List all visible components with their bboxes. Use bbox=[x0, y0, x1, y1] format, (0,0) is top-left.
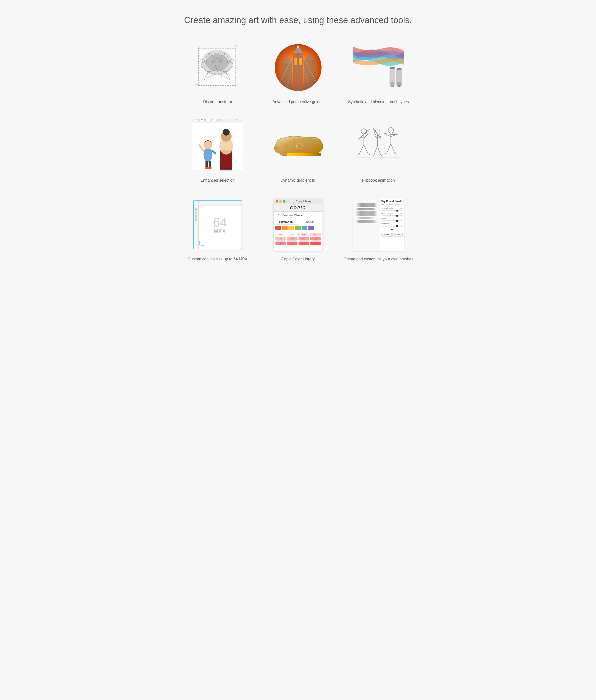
chip-r12[interactable]: R12 bbox=[299, 241, 309, 245]
chip-code-r11: R11 bbox=[299, 238, 309, 240]
brush-illustration bbox=[353, 43, 404, 92]
custom-brushes-label: Create and customize your own brushes bbox=[343, 256, 413, 262]
bleed-slider[interactable] bbox=[382, 220, 403, 221]
grain-label: Grain Length bbox=[382, 212, 393, 215]
svg-rect-29 bbox=[206, 161, 208, 168]
svg-line-66 bbox=[381, 155, 383, 156]
feature-custom-brushes: Dry Round Brush Dry · Textured brush Tra… bbox=[342, 198, 415, 262]
chip-code-r81: R81 bbox=[276, 242, 285, 244]
gradient-fill-image bbox=[271, 119, 325, 173]
toolbar-size-value: 32 bbox=[236, 119, 239, 121]
flipbook-animation-image bbox=[352, 119, 405, 173]
chip-code-r00: R00 bbox=[299, 233, 309, 235]
save-button[interactable]: Save bbox=[392, 233, 403, 237]
copic-logo: COPIC bbox=[274, 204, 322, 211]
swatch-yellow bbox=[288, 226, 294, 230]
enhanced-selection-image: ⬜ ⭕ 〰 ✦ ✏ 32 bbox=[191, 119, 244, 173]
clear-button[interactable]: Clear bbox=[382, 233, 392, 237]
copic-titlebar: Copic Library bbox=[274, 198, 322, 204]
lasso-select-tool[interactable]: 〰 bbox=[206, 119, 210, 121]
gradient-fill-label: Dynamic gradient fill bbox=[280, 178, 315, 183]
svg-point-79 bbox=[199, 241, 200, 242]
swatch-green bbox=[295, 226, 301, 230]
svg-point-27 bbox=[204, 147, 212, 162]
maximize-dot bbox=[283, 200, 285, 203]
canvas-topbar bbox=[199, 201, 241, 206]
brush-settings-panel: Dry Round Brush Dry · Textured brush Tra… bbox=[380, 198, 404, 251]
swatch-purple bbox=[308, 226, 314, 230]
svg-point-58 bbox=[374, 130, 380, 135]
brush-types-image bbox=[352, 41, 405, 94]
grain-row: Grain Length 14% bbox=[382, 212, 403, 215]
svg-point-67 bbox=[388, 127, 393, 133]
chip-0000[interactable]: 0000 bbox=[275, 233, 286, 236]
copic-blender-row: 0 Colorless Blender bbox=[274, 211, 322, 219]
copic-tabs: Illustration Design bbox=[274, 219, 322, 225]
brush-select-tool[interactable]: ✏ bbox=[217, 119, 222, 121]
svg-rect-24 bbox=[390, 67, 395, 69]
svg-line-60 bbox=[373, 128, 381, 138]
copic-tab-illustration[interactable]: Illustration bbox=[274, 219, 298, 225]
chip-r11[interactable]: R11 bbox=[299, 237, 309, 241]
poly-select-tool[interactable]: ✦ bbox=[211, 119, 216, 121]
chip-000[interactable]: 000 bbox=[287, 233, 297, 236]
svg-point-17 bbox=[297, 46, 299, 48]
chip-r22[interactable]: R22 bbox=[310, 241, 321, 245]
perspective-illustration bbox=[274, 43, 322, 92]
chip-r00[interactable]: R00 bbox=[299, 233, 309, 236]
chip-r01[interactable]: R01 bbox=[287, 237, 297, 241]
enhanced-selection-label: Enhanced selection bbox=[201, 178, 235, 183]
svg-line-74 bbox=[385, 153, 387, 154]
chip-code-r22: R22 bbox=[311, 242, 320, 244]
features-grid: Distort transform bbox=[181, 41, 415, 262]
selection-svg bbox=[192, 123, 243, 170]
chip-r81[interactable]: R81 bbox=[275, 241, 286, 245]
chip-code-r02: R02 bbox=[287, 242, 297, 244]
chip-r02[interactable]: R02 bbox=[287, 241, 297, 245]
chip-code-0000: 0000 bbox=[276, 233, 285, 235]
corner-svg bbox=[199, 241, 204, 246]
transparency-row: Transparency 27% bbox=[382, 207, 403, 209]
mpx-label: MPX bbox=[213, 228, 227, 234]
brush-strokes-preview bbox=[353, 198, 380, 251]
custom-brushes-image: Dry Round Brush Dry · Textured brush Tra… bbox=[352, 198, 405, 252]
svg-line-63 bbox=[374, 146, 377, 155]
flipbook-svg bbox=[353, 122, 402, 166]
svg-rect-15 bbox=[294, 58, 297, 65]
brush-stroke-1 bbox=[355, 203, 378, 207]
sidebar-icon-1 bbox=[195, 208, 197, 211]
svg-line-75 bbox=[395, 153, 397, 154]
canvas-sidebar bbox=[194, 201, 199, 249]
swatch-orange bbox=[282, 226, 288, 230]
svg-point-32 bbox=[208, 167, 212, 169]
feature-copic-library: Copic Library COPIC 0 Colorless Blender bbox=[262, 198, 335, 262]
copic-chip-grid: 0000 000 R00 R20 R30 R01 R11 R21 R81 R02… bbox=[274, 232, 322, 246]
wetness-slider[interactable] bbox=[382, 226, 403, 226]
swatch-blue bbox=[302, 226, 307, 230]
minimize-dot bbox=[279, 200, 282, 203]
brush-stroke-4 bbox=[355, 217, 378, 219]
svg-line-71 bbox=[391, 134, 396, 136]
mpx-number: 64 bbox=[213, 216, 227, 228]
svg-line-56 bbox=[357, 154, 359, 155]
distort-illustration bbox=[193, 43, 242, 92]
sidebar-icon-2 bbox=[195, 211, 197, 214]
ellipse-select-tool[interactable]: ⭕ bbox=[200, 119, 205, 121]
selection-illustration: ⬜ ⭕ 〰 ✦ ✏ 32 bbox=[192, 123, 243, 173]
svg-line-55 bbox=[364, 145, 368, 154]
copic-illustration: Copic Library COPIC 0 Colorless Blender bbox=[274, 198, 322, 251]
bleed-row: Bleed bbox=[382, 218, 403, 220]
grain-slider[interactable] bbox=[382, 215, 403, 216]
chip-code-r21: R21 bbox=[311, 238, 320, 240]
canvas-mpx-display: 64 MPX bbox=[213, 216, 227, 234]
transparency-slider[interactable] bbox=[382, 210, 403, 211]
copic-tab-design[interactable]: Design bbox=[298, 219, 322, 225]
feature-flipbook-animation: Flipbook animation bbox=[342, 119, 415, 183]
chip-r21[interactable]: R21 bbox=[310, 237, 321, 241]
perspective-guides-image bbox=[271, 41, 325, 94]
chip-r20[interactable]: R20 bbox=[310, 233, 321, 236]
canvas-size-label: Custom canvas size up to 64 MPX bbox=[188, 256, 248, 262]
rect-select-tool[interactable]: ⬜ bbox=[194, 119, 199, 121]
svg-line-65 bbox=[371, 155, 374, 156]
chip-r30[interactable]: R30 bbox=[275, 237, 286, 241]
